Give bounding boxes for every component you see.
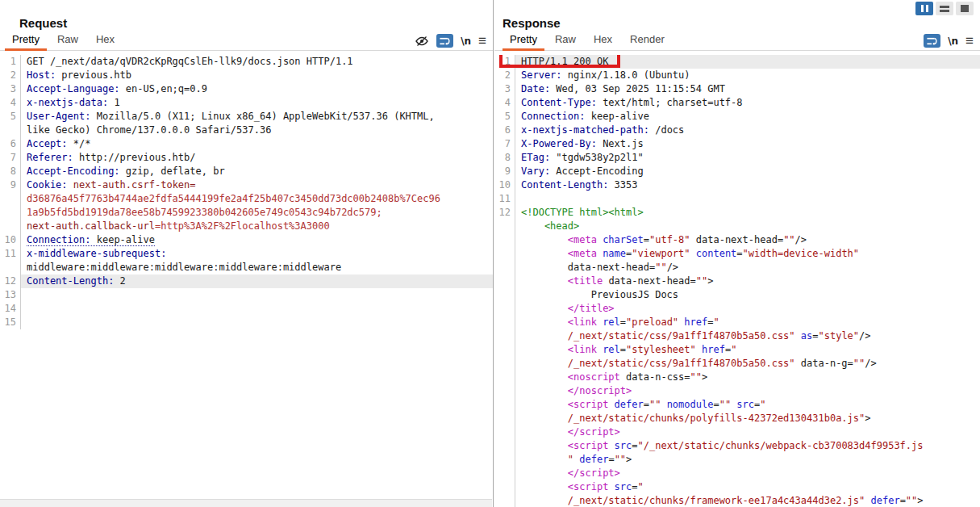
line-number xyxy=(494,274,515,288)
tab-hex[interactable]: Hex xyxy=(585,31,621,50)
tab-hex[interactable]: Hex xyxy=(87,31,123,50)
line-content xyxy=(21,302,493,316)
line-number: 11 xyxy=(494,192,515,206)
tab-pretty[interactable]: Pretty xyxy=(501,31,546,50)
line-number: 5 xyxy=(494,110,515,124)
line-number: 8 xyxy=(0,165,21,178)
tab-raw[interactable]: Raw xyxy=(546,31,585,50)
line-content: Vary: Accept-Encoding xyxy=(515,165,980,178)
line-content: X-Powered-By: Next.js xyxy=(515,137,980,151)
code-line: 8Accept-Encoding: gzip, deflate, br xyxy=(0,165,493,178)
line-content: <script src=" xyxy=(515,480,980,494)
tab-render[interactable]: Render xyxy=(621,31,673,50)
line-number: 6 xyxy=(494,124,515,137)
menu-icon[interactable]: ≡ xyxy=(478,36,486,47)
line-number xyxy=(494,439,515,453)
line-number: 10 xyxy=(494,178,515,192)
line-number: 6 xyxy=(0,137,21,151)
code-line: /_next/static/chunks/framework-ee17a4c43… xyxy=(494,494,980,507)
code-line: <script src="/_next/static/chunks/webpac… xyxy=(494,439,980,453)
request-iconbar: \n ≡ xyxy=(415,34,486,48)
line-number xyxy=(494,288,515,302)
line-content: <script defer="" nomodule="" src=" xyxy=(515,398,980,412)
code-line: 11 xyxy=(494,192,980,206)
line-content: </title> xyxy=(515,302,980,316)
line-number: 5 xyxy=(0,110,21,124)
code-line: <meta charSet="utf-8" data-next-head=""/… xyxy=(494,233,980,247)
code-line: 4Content-Type: text/html; charset=utf-8 xyxy=(494,96,980,110)
code-line: " defer=""> xyxy=(494,453,980,467)
line-content: </script> xyxy=(515,425,980,439)
line-number: 3 xyxy=(0,82,21,96)
request-tabs: PrettyRawHex xyxy=(3,31,123,50)
line-content: d36876a45f7763b4744ae2fdfa5444199fe2a4f2… xyxy=(21,192,493,206)
line-number: 15 xyxy=(0,316,21,329)
line-number xyxy=(494,302,515,316)
layout-single-button[interactable] xyxy=(956,2,974,15)
code-line: <link rel="stylesheet" href=" xyxy=(494,343,980,357)
line-number: 9 xyxy=(494,165,515,178)
layout-stacked-button[interactable] xyxy=(936,2,953,15)
line-content: Accept-Encoding: gzip, deflate, br xyxy=(21,165,493,178)
response-editor[interactable]: 1HTTP/1.1 200 OK2Server: nginx/1.18.0 (U… xyxy=(494,55,980,507)
layout-side-by-side-button[interactable] xyxy=(915,2,933,15)
wrap-lines-icon[interactable] xyxy=(924,34,940,48)
wrap-lines-icon[interactable] xyxy=(436,34,453,48)
code-line: /_next/static/css/9a1ff1f4870b5a50.css" … xyxy=(494,357,980,371)
code-line: /_next/static/chunks/polyfills-42372ed13… xyxy=(494,412,980,425)
line-content: Content-Length: 2 xyxy=(21,274,493,288)
response-tabs: PrettyRawHexRender xyxy=(501,31,673,50)
line-number: 2 xyxy=(0,69,21,82)
line-content: x-middleware-subrequest: xyxy=(21,247,493,261)
menu-icon[interactable]: ≡ xyxy=(965,36,974,47)
code-line: 9Vary: Accept-Encoding xyxy=(494,165,980,178)
code-line: </script> xyxy=(494,467,980,480)
code-line: 7Referer: http://previous.htb/ xyxy=(0,151,493,165)
line-content: <link rel="preload" href=" xyxy=(515,316,980,329)
line-number xyxy=(0,124,21,137)
request-tabbar: PrettyRawHex \ xyxy=(0,32,493,51)
line-number xyxy=(494,425,515,439)
request-panel-title: Request xyxy=(19,16,67,30)
code-line: 12<!DOCTYPE html><html> xyxy=(494,206,980,220)
code-line: 1a9b5fd5bd1919da78ee58b7459923380b042605… xyxy=(0,206,493,220)
line-number xyxy=(494,261,515,274)
line-content: Accept: */* xyxy=(21,137,493,151)
line-number xyxy=(494,316,515,329)
request-editor[interactable]: 1GET /_next/data/qVDR2cKpRgqCslEh-llk9/d… xyxy=(0,55,493,499)
tab-raw[interactable]: Raw xyxy=(48,31,87,50)
line-number xyxy=(494,412,515,425)
line-number xyxy=(494,494,515,507)
response-tabbar: PrettyRawHexRender \n ≡ xyxy=(494,32,980,51)
code-line: </noscript> xyxy=(494,384,980,398)
line-content: Host: previous.htb xyxy=(21,69,493,82)
line-content: data-next-head=""/> xyxy=(515,261,980,274)
code-line: 10Connection: keep-alive xyxy=(0,233,493,247)
line-number xyxy=(0,261,21,274)
rows-layout-icon xyxy=(940,6,949,12)
line-content xyxy=(515,192,980,206)
request-scroll-strip[interactable] xyxy=(0,499,492,507)
line-number: 4 xyxy=(0,96,21,110)
code-line: 15 xyxy=(0,316,493,329)
tab-pretty[interactable]: Pretty xyxy=(3,31,48,50)
request-panel: Request PrettyRawHex xyxy=(0,0,494,507)
code-line: 9Cookie: next-auth.csrf-token= xyxy=(0,178,493,192)
code-line: 13 xyxy=(0,288,493,302)
line-number xyxy=(494,220,515,233)
code-line: 11x-middleware-subrequest: xyxy=(0,247,493,261)
line-content: <noscript data-n-css=""> xyxy=(515,371,980,384)
line-content: /_next/static/chunks/polyfills-42372ed13… xyxy=(515,412,980,425)
line-number: 7 xyxy=(494,137,515,151)
line-content: Connection: keep-alive xyxy=(515,110,980,124)
line-number xyxy=(494,233,515,247)
line-content: Content-Length: 3353 xyxy=(515,178,980,192)
line-number: 7 xyxy=(0,151,21,165)
line-number: 13 xyxy=(0,288,21,302)
code-line: d36876a45f7763b4744ae2fdfa5444199fe2a4f2… xyxy=(0,192,493,206)
line-content: /_next/static/chunks/framework-ee17a4c43… xyxy=(515,494,980,507)
response-panel-title: Response xyxy=(503,16,561,30)
newline-marker-icon[interactable]: \n xyxy=(461,36,471,47)
hide-eye-icon[interactable] xyxy=(415,35,429,48)
newline-marker-icon[interactable]: \n xyxy=(948,36,958,47)
